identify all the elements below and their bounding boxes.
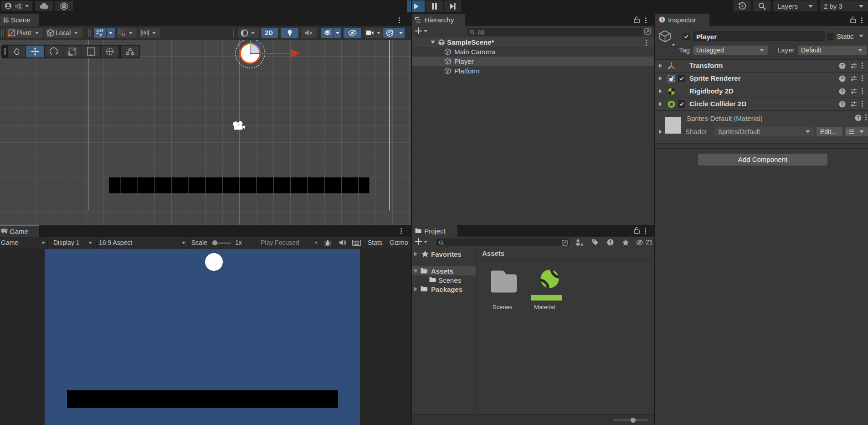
svg-text:?: ? (841, 89, 843, 94)
svg-text:?: ? (841, 76, 843, 81)
svg-text:?: ? (857, 115, 859, 120)
svg-text:Y: Y (99, 32, 103, 37)
svg-text:?: ? (841, 63, 843, 68)
svg-text:?: ? (841, 102, 843, 107)
svg-text:D: D (63, 4, 66, 8)
